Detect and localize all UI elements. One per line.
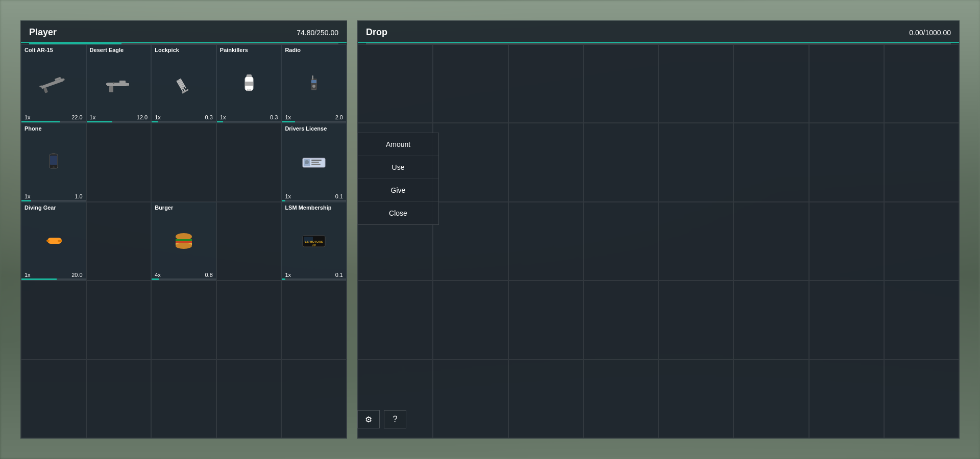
slot-lockpick[interactable]: Lockpick 1x 0.3 [151,44,216,123]
context-menu: Amount Use Give Close [357,133,439,225]
drop-slot-0[interactable] [358,44,433,123]
drop-slot-33[interactable] [433,360,508,438]
slot-empty-r3c4 [281,280,347,359]
slot-colt-ar15-weight: 22.0 [71,114,82,120]
drop-slot-30[interactable] [809,280,884,359]
svg-rect-10 [113,82,114,84]
svg-point-24 [312,85,315,88]
drop-slot-34[interactable] [508,360,583,438]
svg-rect-19 [247,74,252,77]
slot-desert-eagle-icon [90,54,148,113]
svg-rect-23 [311,80,316,83]
drop-slot-13[interactable] [733,123,808,201]
slot-lsm-membership[interactable]: LSM Membership LS MOTORS VIP 1x 0.1 [281,202,347,280]
bottom-buttons: ⚙ ? [357,410,406,428]
drop-slot-31[interactable] [884,280,959,359]
slot-phone-bar [21,200,86,201]
slot-painkillers[interactable]: Painkillers Rx 1x 0.3 [216,44,282,123]
context-menu-give[interactable]: Give [358,179,438,202]
slot-empty-r4c4 [281,360,347,438]
slot-lockpick-weight: 0.3 [205,114,213,120]
slot-radio-bar [282,121,346,122]
slot-diving-gear-qty: 1x [24,272,31,278]
svg-rect-32 [311,160,322,161]
slot-desert-eagle-name: Desert Eagle [90,47,148,53]
drop-slot-38[interactable] [809,360,884,438]
slot-empty-r4c0 [21,360,86,438]
slot-drivers-license-weight: 0.1 [335,193,343,199]
slot-drivers-license[interactable]: Drivers License 1x 0.1 [281,123,347,201]
svg-rect-25 [311,89,316,90]
slot-burger[interactable]: Burger 4x 0.8 [151,202,216,280]
slot-lsm-membership-qty: 1x [285,272,291,278]
slot-radio-icon [285,54,343,113]
slot-diving-gear[interactable]: Diving Gear 1x 20.0 [21,202,86,280]
drop-weight-display: 0.00/1000.00 [909,29,951,37]
slot-lsm-membership-icon: LS MOTORS VIP [285,212,343,271]
svg-point-43 [176,243,192,249]
drop-slot-11[interactable] [583,123,658,201]
drop-slot-19[interactable] [583,202,658,280]
drop-slot-26[interactable] [508,280,583,359]
drop-slot-37[interactable] [733,360,808,438]
drop-slot-25[interactable] [433,280,508,359]
slot-empty-r2c3 [216,202,282,280]
drop-slot-7[interactable] [884,44,959,123]
player-panel: Player 74.80/250.00 Colt AR-15 [20,20,347,439]
drop-slot-22[interactable] [809,202,884,280]
slot-phone-name: Phone [24,125,83,132]
context-menu-use[interactable]: Use [358,156,438,179]
drop-slot-9[interactable] [433,123,508,201]
slot-radio-footer: 1x 2.0 [285,114,343,120]
svg-rect-9 [126,83,129,86]
drop-slot-18[interactable] [508,202,583,280]
drop-slot-24[interactable] [358,280,433,359]
drop-slot-5[interactable] [733,44,808,123]
slot-radio-name: Radio [285,47,343,53]
drop-slot-15[interactable] [884,123,959,201]
svg-point-29 [53,166,55,168]
drop-slot-27[interactable] [583,280,658,359]
drop-slot-29[interactable] [733,280,808,359]
svg-text:VIP: VIP [312,244,316,247]
slot-colt-ar15-qty: 1x [24,114,31,120]
context-menu-amount[interactable]: Amount [358,133,438,156]
help-button[interactable]: ? [384,410,406,428]
svg-rect-2 [43,87,48,93]
slot-burger-bar-fill [152,278,159,280]
drop-slot-12[interactable] [658,123,733,201]
slot-colt-ar15[interactable]: Colt AR-15 1x 22.0 [21,44,86,123]
slot-colt-ar15-footer: 1x 22.0 [24,114,83,120]
drop-slot-1[interactable] [433,44,508,123]
drop-slot-23[interactable] [884,202,959,280]
drop-slot-14[interactable] [809,123,884,201]
slot-radio-qty: 1x [285,114,291,120]
drop-slot-4[interactable] [658,44,733,123]
slot-empty-r3c3 [216,280,282,359]
drop-slot-6[interactable] [809,44,884,123]
drop-slot-3[interactable] [583,44,658,123]
slot-phone[interactable]: Phone 1x 1.0 [21,123,86,201]
drop-slot-2[interactable] [508,44,583,123]
drop-slot-39[interactable] [884,360,959,438]
slot-burger-bar [152,278,216,280]
player-panel-title: Player [29,27,57,38]
drop-slot-36[interactable] [658,360,733,438]
slot-desert-eagle[interactable]: Desert Eagle 1x [86,44,152,123]
slot-lsm-membership-bar-fill [282,278,285,280]
context-menu-close[interactable]: Close [358,202,438,224]
drop-slot-10[interactable] [508,123,583,201]
settings-button[interactable]: ⚙ [357,410,380,428]
slot-burger-icon [155,212,213,271]
drop-slot-35[interactable] [583,360,658,438]
drop-slot-17[interactable] [433,202,508,280]
drop-slot-21[interactable] [733,202,808,280]
slot-radio[interactable]: Radio 1x 2.0 [281,44,347,123]
drop-slot-20[interactable] [658,202,733,280]
slot-drivers-license-bar [282,200,346,201]
drop-slot-28[interactable] [658,280,733,359]
slot-desert-eagle-weight: 12.0 [137,114,148,120]
slot-lsm-membership-bar [282,278,346,280]
slot-lockpick-icon [155,54,213,113]
slot-lockpick-bar-fill [152,121,158,122]
